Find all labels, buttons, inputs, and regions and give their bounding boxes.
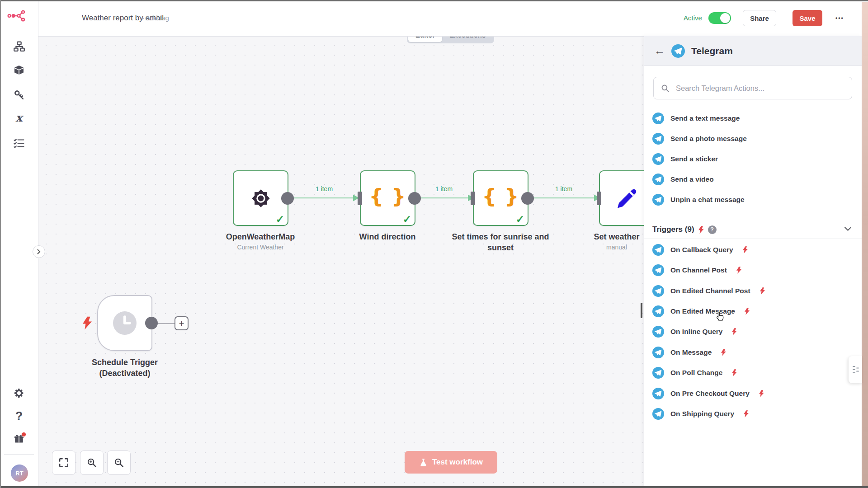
- zoom-out-button[interactable]: [107, 450, 131, 475]
- trigger-label: On Inline Query: [670, 328, 722, 336]
- panel-scrollbar[interactable]: [641, 303, 642, 318]
- trigger-on-poll-change[interactable]: On Poll Change: [652, 363, 857, 383]
- n8n-logo[interactable]: [7, 9, 25, 24]
- active-toggle[interactable]: [708, 12, 731, 24]
- output-handle[interactable]: [408, 192, 421, 205]
- node-set-times[interactable]: { } ✓: [473, 170, 528, 226]
- test-workflow-label: Test workflow: [432, 458, 483, 467]
- output-handle[interactable]: [521, 192, 534, 205]
- node-name: Wind direction: [333, 231, 442, 242]
- telegram-icon: [652, 285, 664, 297]
- add-node-plus-button[interactable]: +: [175, 316, 189, 330]
- trigger-on-edited-message[interactable]: On Edited Message: [652, 301, 857, 321]
- bolt-icon: [732, 328, 737, 335]
- n8n-workflow-editor: 1 item 1 item 1 item + Schedule Trigger …: [0, 0, 868, 488]
- sidebar-item-whats-new[interactable]: [0, 434, 38, 446]
- trigger-label: On Message: [670, 348, 712, 357]
- trigger-on-inline-query[interactable]: On Inline Query: [652, 322, 857, 342]
- back-button[interactable]: ←: [654, 45, 665, 56]
- node-picker-panel: ← Telegram Send a text message Send a ph…: [644, 36, 862, 487]
- action-send-text-message[interactable]: Send a text message: [652, 108, 857, 128]
- add-tag-button[interactable]: + Add tag: [140, 0, 169, 36]
- node-name-line2: (Deactivated): [71, 368, 179, 379]
- bolt-icon: [721, 349, 726, 356]
- sidebar-item-help[interactable]: ?: [0, 410, 38, 422]
- left-sidebar: x ? RT: [0, 0, 38, 488]
- success-check-icon: ✓: [516, 214, 524, 225]
- save-button[interactable]: Save: [793, 10, 822, 26]
- trigger-on-edited-channel-post[interactable]: On Edited Channel Post: [652, 281, 857, 301]
- telegram-icon: [652, 153, 664, 165]
- search-input[interactable]: [675, 84, 844, 93]
- telegram-icon: [652, 305, 664, 317]
- sidebar-item-executions[interactable]: [0, 138, 38, 149]
- drag-handle-icon: [851, 364, 860, 375]
- node-openweathermap[interactable]: ✓: [233, 170, 288, 226]
- trigger-on-callback-query[interactable]: On Callback Query: [652, 240, 857, 260]
- input-handle: [597, 192, 601, 205]
- share-button[interactable]: Share: [743, 10, 776, 26]
- action-label: Unpin a chat message: [670, 196, 745, 204]
- variables-x-icon: x: [16, 112, 23, 123]
- trigger-label: On Poll Change: [670, 369, 722, 377]
- bolt-icon: [759, 390, 764, 397]
- telegram-icon: [652, 388, 664, 399]
- checklist-icon: [14, 138, 24, 149]
- flask-icon: [419, 458, 428, 467]
- connection-items-label: 1 item: [426, 185, 462, 192]
- test-workflow-button[interactable]: Test workflow: [405, 451, 497, 474]
- node-schedule-trigger[interactable]: [97, 295, 152, 351]
- panel-header: ← Telegram: [644, 36, 862, 66]
- telegram-icon: [652, 113, 664, 124]
- node-name: Schedule Trigger: [71, 357, 179, 368]
- zoom-to-fit-button[interactable]: [52, 450, 75, 475]
- node-label-openweathermap: OpenWeatherMap Current Weather: [206, 231, 315, 252]
- node-wind-direction[interactable]: { } ✓: [360, 170, 415, 226]
- triggers-section-header[interactable]: Triggers (9) ?: [652, 222, 717, 237]
- trigger-on-pre-checkout-query[interactable]: On Pre Checkout Query: [652, 384, 857, 404]
- node-label-schedule: Schedule Trigger (Deactivated): [71, 357, 179, 379]
- action-send-video[interactable]: Send a video: [652, 169, 857, 189]
- more-options-button[interactable]: •••: [835, 0, 844, 36]
- toggle-knob: [720, 13, 730, 23]
- section-divider: [644, 239, 862, 239]
- bolt-icon: [743, 246, 748, 253]
- package-box-icon: [14, 65, 24, 75]
- user-avatar[interactable]: RT: [11, 465, 28, 482]
- clock-icon: [113, 311, 137, 335]
- assistant-side-tab[interactable]: [849, 356, 862, 383]
- zoom-in-button[interactable]: [80, 450, 104, 475]
- action-unpin-chat-message[interactable]: Unpin a chat message: [652, 190, 857, 210]
- code-braces-icon: { }: [369, 186, 406, 206]
- trigger-on-shipping-query[interactable]: On Shipping Query: [652, 404, 857, 424]
- node-name: Set times for sunrise and sunset: [446, 231, 555, 253]
- sidebar-item-settings[interactable]: [0, 388, 38, 399]
- sidebar-item-variables[interactable]: x: [0, 112, 38, 123]
- sidebar-divider: [4, 454, 34, 455]
- sun-icon: [250, 187, 272, 210]
- trigger-label: On Edited Channel Post: [670, 287, 750, 295]
- chevron-down-icon[interactable]: [844, 227, 851, 231]
- sitemap-icon: [14, 41, 25, 52]
- output-handle[interactable]: [145, 317, 158, 329]
- node-label-set-times: Set times for sunrise and sunset: [446, 231, 555, 253]
- sidebar-item-templates[interactable]: [0, 65, 38, 75]
- success-check-icon: ✓: [403, 214, 411, 225]
- help-icon[interactable]: ?: [708, 225, 717, 234]
- trigger-label: On Callback Query: [670, 246, 733, 254]
- action-send-sticker[interactable]: Send a sticker: [652, 149, 857, 169]
- node-subtitle: Current Weather: [206, 243, 315, 252]
- sidebar-item-credentials[interactable]: [0, 90, 38, 100]
- sidebar-item-workflows[interactable]: [0, 41, 38, 52]
- key-icon: [14, 90, 24, 100]
- input-handle: [471, 192, 475, 205]
- node-label-wind-direction: Wind direction: [333, 231, 442, 242]
- sidebar-expand-button[interactable]: [33, 245, 45, 258]
- output-handle[interactable]: [281, 192, 294, 205]
- trigger-on-channel-post[interactable]: On Channel Post: [652, 260, 857, 280]
- action-send-photo-message[interactable]: Send a photo message: [652, 129, 857, 149]
- search-icon: [661, 84, 670, 93]
- trigger-label: On Pre Checkout Query: [670, 389, 750, 398]
- gift-icon-wrap: [14, 434, 24, 446]
- trigger-on-message[interactable]: On Message: [652, 343, 857, 362]
